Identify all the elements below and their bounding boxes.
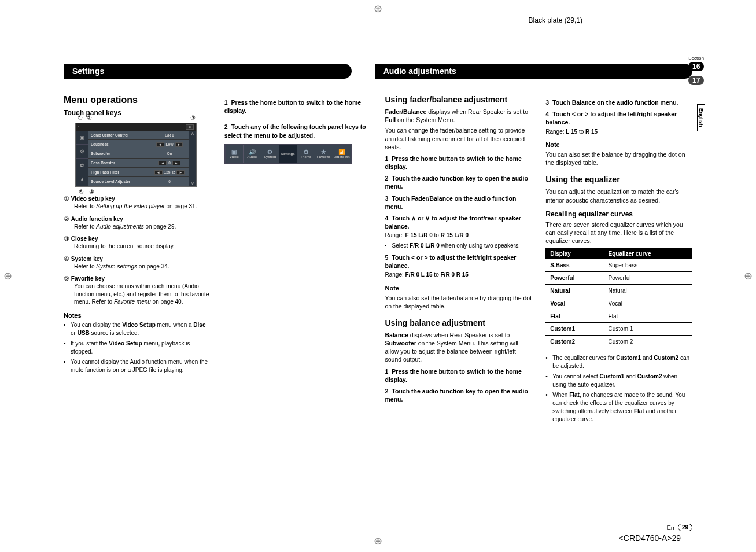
equalizer-heading: Using the equalizer <box>545 175 692 184</box>
page-footer: En 29 <box>666 524 692 531</box>
touch-panel-keys-heading: Touch panel keys <box>64 109 211 117</box>
plate-label: Black plate (29,1) <box>529 16 582 24</box>
table-row: VocalVocal <box>545 297 692 310</box>
equalizer-table: DisplayEqualizer curve S.BassSuper bassP… <box>545 248 692 348</box>
section-badge-17: 17 <box>688 76 704 85</box>
crop-mark: ⊕ <box>744 270 753 282</box>
step: 4Touch ∧ or ∨ to adjust the front/rear s… <box>385 214 532 230</box>
table-row: Custom2Custom 2 <box>545 336 692 348</box>
crop-mark: ⊕ <box>374 535 382 547</box>
menu-tab-audio[interactable]: 🔊Audio <box>244 145 261 163</box>
key-item: ④ System keyRefer to System settings on … <box>64 255 211 271</box>
step: 4Touch < or > to adjust the left/right s… <box>545 110 692 126</box>
video-icon[interactable]: ▣ <box>76 131 88 145</box>
notes-list: You can display the Video Setup menu whe… <box>64 321 211 374</box>
step: 1Press the home button to switch to the … <box>385 154 532 171</box>
menu-tab-settings[interactable]: Settings <box>279 145 297 163</box>
header-settings: Settings <box>64 64 352 79</box>
table-row: S.BassSuper bass <box>545 259 692 272</box>
section-badges: Section 16 17 <box>688 56 704 85</box>
column-4: 3Touch Balance on the audio function men… <box>545 95 692 426</box>
column-1: Menu operations Touch panel keys ① ② ③ ④… <box>64 95 211 426</box>
table-row: Custom1Custom 1 <box>545 323 692 336</box>
table-row: PowerfulPowerful <box>545 272 692 285</box>
settings-menu-screenshot: ① ② ③ ④ ⑤ : × ▣ ⚙ ✿ <box>75 123 197 187</box>
language-tab: English <box>697 104 705 131</box>
scroll-down-icon[interactable]: ∨ <box>191 181 194 186</box>
favorite-icon[interactable]: ★ <box>76 172 88 186</box>
step: 1Press the home button to switch to the … <box>385 367 532 384</box>
menu-row[interactable]: Source Level Adjuster0 <box>88 177 189 186</box>
close-icon[interactable]: × <box>186 124 194 130</box>
step: 2Touch the audio function key to open th… <box>385 387 532 403</box>
theme-icon[interactable]: ✿ <box>76 159 88 172</box>
menu-row[interactable]: Bass Booster◄0► <box>88 159 189 168</box>
menu-row[interactable]: High Pass Filter◄125Hz► <box>88 168 189 177</box>
key-item: ⑤ Favorite keyYou can choose menus withi… <box>64 275 211 306</box>
menu-tab-favorite[interactable]: ★Favorite <box>315 145 333 163</box>
crop-mark: ⊕ <box>3 270 12 282</box>
step: 2Touch the audio function key to open th… <box>385 174 532 190</box>
step: 3Touch Balance on the audio function men… <box>545 98 692 106</box>
notes-heading: Notes <box>64 312 211 319</box>
key-item: ② Audio function keyRefer to Audio adjus… <box>64 215 211 231</box>
scroll-up-icon[interactable]: ∧ <box>191 131 194 136</box>
menu-row[interactable]: SubwooferOn <box>88 149 189 159</box>
menu-tab-video[interactable]: ▣Video <box>226 145 244 163</box>
menu-tab-bluetooth[interactable]: 📶Bluetooth <box>333 145 351 163</box>
document-code: <CRD4760-A>29 <box>619 533 681 543</box>
section-badge-16: 16 <box>688 62 704 71</box>
column-2: 1Press the home button to switch to the … <box>224 95 371 426</box>
column-3: Using fader/balance adjustment Fader/Bal… <box>385 95 532 426</box>
recalling-eq-heading: Recalling equalizer curves <box>545 210 692 218</box>
menu-operations-heading: Menu operations <box>64 95 211 105</box>
header-audio-adjustments: Audio adjustments <box>375 64 692 79</box>
table-row: NaturalNatural <box>545 285 692 297</box>
crop-mark: ⊕ <box>374 2 382 15</box>
step: 3Touch Fader/Balance on the audio functi… <box>385 194 532 211</box>
fader-balance-heading: Using fader/balance adjustment <box>385 95 532 104</box>
key-item: ③ Close keyReturning to the current sour… <box>64 235 211 251</box>
menu-strip-screenshot: ▣Video🔊Audio⚙SystemSettings✿Theme★Favori… <box>224 144 352 164</box>
menu-row[interactable]: Loudness◄Low► <box>88 140 189 149</box>
menu-row[interactable]: Sonic Center ControlL/R 0 <box>88 131 189 140</box>
table-row: FlatFlat <box>545 310 692 323</box>
menu-tab-system[interactable]: ⚙System <box>261 145 279 163</box>
menu-tab-theme[interactable]: ✿Theme <box>297 145 315 163</box>
key-item: ① Video setup keyRefer to Setting up the… <box>64 195 211 211</box>
system-icon[interactable]: ⚙ <box>76 145 88 159</box>
balance-adjustment-heading: Using balance adjustment <box>385 318 532 327</box>
